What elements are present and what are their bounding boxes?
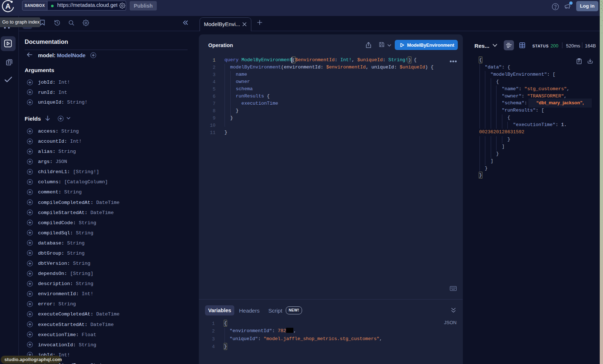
svg-text:A: A	[5, 2, 11, 10]
